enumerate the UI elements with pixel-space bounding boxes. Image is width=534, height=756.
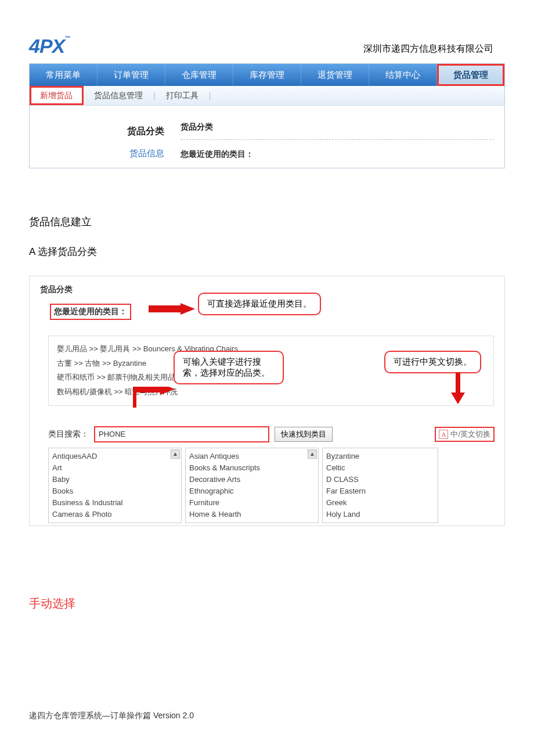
category-option[interactable]: Home & Hearth <box>189 509 315 520</box>
category-option[interactable]: Greek <box>326 497 434 509</box>
category-option[interactable]: AntiquesAAD <box>52 451 178 462</box>
app-frame-1: 常用菜单 订单管理 仓库管理 库存管理 退货管理 结算中心 货品管理 新增货品 … <box>29 63 505 168</box>
category-option[interactable]: Islamic <box>326 521 434 523</box>
subnav-print-tools[interactable]: 打印工具 <box>156 86 209 105</box>
recent-category-label-box: 您最近使用的类目： <box>50 304 131 319</box>
subnav-new-goods[interactable]: 新增货品 <box>30 86 84 105</box>
sidebar-category-title: 货品分类 <box>30 125 164 138</box>
subnav-separator-2: | <box>209 91 211 100</box>
page-footer: 递四方仓库管理系统—订单操作篇 Version 2.0 <box>29 711 194 721</box>
quick-find-category-button[interactable]: 快速找到类目 <box>275 427 333 442</box>
main-navbar: 常用菜单 订单管理 仓库管理 库存管理 退货管理 结算中心 货品管理 <box>30 64 504 86</box>
category-listbox-level-3[interactable]: Byzantine Celtic D CLASS Far Eastern Gre… <box>322 448 438 523</box>
category-option[interactable]: Business & Industrial <box>52 497 178 509</box>
doc-heading-manual-select: 手动选择 <box>29 596 505 611</box>
category-option[interactable]: Books & Manuscripts <box>189 462 315 474</box>
category-listbox-level-2[interactable]: ▲ Asian Antiques Books & Manuscripts Dec… <box>185 448 319 523</box>
svg-marker-2 <box>451 372 465 404</box>
language-toggle-label: 中/英文切换 <box>450 429 490 440</box>
category-option[interactable]: Ethnographic <box>189 485 315 497</box>
scroll-up-icon[interactable]: ▲ <box>308 449 317 459</box>
category-option[interactable]: Art <box>52 462 178 474</box>
doc-heading-select-category: A 选择货品分类 <box>29 245 505 258</box>
nav-common-menu[interactable]: 常用菜单 <box>30 64 98 86</box>
language-icon: A <box>439 430 448 439</box>
category-option[interactable]: Linens & Textiles (Pre-1930) <box>189 521 315 523</box>
callout-recent: 可直接选择最近使用类目。 <box>198 293 321 315</box>
nav-inventory-mgmt[interactable]: 库存管理 <box>233 64 301 86</box>
subnav-goods-info-mgmt[interactable]: 货品信息管理 <box>84 86 153 105</box>
category-option[interactable]: D CLASS <box>326 474 434 485</box>
category-option[interactable]: Furniture <box>189 497 315 509</box>
category-option[interactable]: Books <box>52 485 178 497</box>
category-option[interactable]: Byzantine <box>326 451 434 462</box>
category-listbox-level-1[interactable]: ▲ AntiquesAAD Art Baby Books Business & … <box>48 448 182 523</box>
category-search-label: 类目搜索： <box>48 429 89 440</box>
main-panel-heading: 货品分类 <box>181 122 494 140</box>
nav-order-mgmt[interactable]: 订单管理 <box>98 64 165 86</box>
category-option[interactable]: Far Eastern <box>326 485 434 497</box>
recent-category-item[interactable]: 数码相机/摄像机 >> 暗室与照片冲洗 <box>57 385 485 399</box>
nav-warehouse-mgmt[interactable]: 仓库管理 <box>165 64 233 86</box>
category-search-input[interactable] <box>95 427 269 442</box>
sub-navbar: 新增货品 货品信息管理 | 打印工具 | <box>30 86 504 106</box>
company-name: 深圳市递四方信息科技有限公司 <box>363 43 493 57</box>
brand-logo: 4PX™ <box>29 35 70 57</box>
recent-used-category-label: 您最近使用的类目： <box>181 149 504 160</box>
nav-goods-mgmt[interactable]: 货品管理 <box>437 64 504 86</box>
category-option[interactable]: Asian Antiques <box>189 451 315 462</box>
nav-return-mgmt[interactable]: 退货管理 <box>301 64 369 86</box>
category-panel: 货品分类 您最近使用的类目： 可直接选择最近使用类目。 婴儿用品 >> 婴儿用具… <box>29 276 505 526</box>
category-option[interactable]: Baby <box>52 474 178 485</box>
nav-settlement[interactable]: 结算中心 <box>369 64 437 86</box>
scroll-up-icon[interactable]: ▲ <box>171 449 180 459</box>
callout-lang: 可进行中英文切换。 <box>384 351 481 373</box>
category-option[interactable]: Celtic <box>326 462 434 474</box>
category-option[interactable]: Decorative Arts <box>189 474 315 485</box>
category-option[interactable]: Holy Land <box>326 509 434 520</box>
callout-search: 可输入关键字进行搜索，选择对应的品类。 <box>174 351 284 384</box>
svg-marker-0 <box>149 303 195 315</box>
doc-heading-goods-setup: 货品信息建立 <box>29 215 505 229</box>
svg-marker-1 <box>133 387 175 408</box>
category-option[interactable]: Cameras & Photo <box>52 509 178 520</box>
language-toggle[interactable]: A 中/英文切换 <box>435 427 494 441</box>
sidebar-goods-info-link[interactable]: 货品信息 <box>30 148 164 159</box>
category-option[interactable]: Car , Vehicles & Parts and Accessories <box>52 521 178 523</box>
